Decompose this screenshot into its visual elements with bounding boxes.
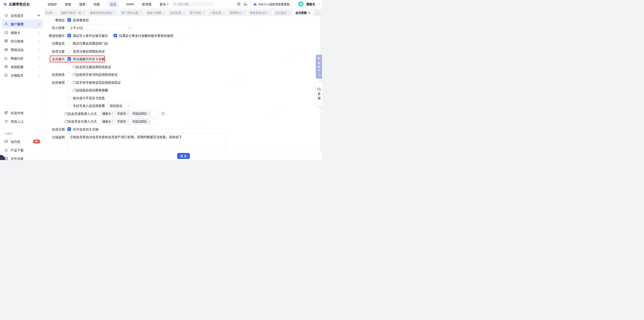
nav-purchase-sales[interactable]: 进销存 <box>47 2 57 7</box>
nav-more[interactable]: 更多 <box>160 2 168 7</box>
tab-stored-balance-stats[interactable]: 储值余额变动统计× <box>88 10 118 16</box>
sidebar-item-stored-value-card[interactable]: 储值卡 <box>2 28 43 37</box>
close-icon[interactable]: × <box>308 11 310 14</box>
sidebar-item-app-market[interactable]: 应用市场 <box>2 109 43 117</box>
printer-icon[interactable] <box>237 2 241 6</box>
close-icon[interactable]: × <box>83 11 84 14</box>
sidebar-item-customer-management[interactable]: 客户管理 <box>2 20 43 28</box>
remove-tag-icon[interactable]: × <box>127 120 128 123</box>
sidebar-item-label: 会员首页 <box>11 13 24 18</box>
sidebar-item-system-config[interactable]: 系统配置 <box>2 62 43 71</box>
tab-group-purchase-card[interactable]: 团购制卡× <box>228 10 246 16</box>
customer-service-tab[interactable]: 客服 <box>316 82 322 106</box>
tab-customer-profile-settings[interactable]: 客户资料设置× <box>119 10 144 16</box>
tab-member-params[interactable]: 会员参数× <box>293 10 312 16</box>
close-icon[interactable]: × <box>203 11 204 14</box>
form-row-member-register: 会员注册 会员注册启用隐私协议 <box>45 47 322 55</box>
help-icon[interactable]: ? <box>161 112 165 115</box>
close-icon[interactable]: × <box>268 11 270 14</box>
chevron-down-icon <box>128 105 130 107</box>
sidebar-item-member-home[interactable]: 会员首页 <box>2 11 43 20</box>
field-label: 门店会员支付录入方式 <box>45 119 97 123</box>
tab-bar: 卡分析× 储值卡情况一览× 储值余额变动统计× 客户资料设置× 储值卡参数× 会… <box>45 8 322 16</box>
sidebar-item-marketing-activities[interactable]: 营销活动 <box>2 45 43 54</box>
remove-tag-icon[interactable]: × <box>112 112 114 115</box>
close-icon[interactable]: × <box>242 11 244 14</box>
avatar[interactable]: 傅 <box>298 2 304 7</box>
sidebar-item-label: 客户管理 <box>11 22 24 26</box>
home-icon <box>4 14 8 17</box>
divider <box>295 2 296 6</box>
chevron-right-icon <box>38 57 40 59</box>
search-input[interactable] <box>178 3 210 6</box>
cancellation-note-textarea[interactable]: 注销会员将会对会员信息和会员资产进行处理，清理的数据无法恢复。具体如下 <box>68 133 226 152</box>
remove-tag-icon[interactable]: × <box>112 120 114 123</box>
translate-icon[interactable]: 文A <box>244 2 248 6</box>
close-icon[interactable]: × <box>54 11 56 14</box>
pay-entry-methods-input[interactable]: 储值卡× 手机号× 手机后四位× <box>100 118 158 125</box>
tab-member-home[interactable]: 会员首页× <box>273 10 292 16</box>
nav-archives[interactable]: 档案 <box>94 2 100 7</box>
remove-tag-icon[interactable]: × <box>127 112 128 115</box>
close-icon[interactable]: × <box>183 11 184 14</box>
heart-icon <box>4 119 8 123</box>
close-icon[interactable]: × <box>114 11 116 14</box>
sidebar-item-common-entries[interactable]: 常用入口 <box>2 117 43 126</box>
tab-overflow-more[interactable]: … <box>313 10 322 16</box>
tab-crowd-operations[interactable]: 人群运营× <box>208 10 226 16</box>
close-icon[interactable]: × <box>140 11 142 14</box>
save-button[interactable]: 保存 <box>177 153 190 159</box>
checkbox-checkout-coupon-reminder[interactable] <box>68 88 71 92</box>
deposit-change-select[interactable]: 小于10元 <box>68 25 133 31</box>
remove-tag-icon[interactable]: × <box>148 120 149 123</box>
headset-icon <box>317 87 321 91</box>
remove-tag-icon[interactable]: × <box>148 112 149 115</box>
checkbox-prompt-on-order-amount[interactable] <box>114 34 117 37</box>
nav-reports[interactable]: 报表 <box>79 2 86 7</box>
save-bar: 保存 <box>45 152 322 160</box>
checkbox-modify-phone-sms[interactable] <box>68 73 71 76</box>
checkbox-label: 门店结账启用消费券提醒 <box>73 88 108 92</box>
sidebar-section-label: 功能栏 <box>0 131 44 137</box>
tab-stored-card-overview[interactable]: 储值卡情况一览× <box>59 10 86 16</box>
tab-member-tags[interactable]: 会员标签× <box>168 10 186 16</box>
nav-wms[interactable]: WMS <box>126 2 134 6</box>
checkbox-store-register-sms[interactable] <box>68 65 71 69</box>
read-entry-methods-input[interactable]: 储值卡× 手机号× 手机后四位× <box>100 110 158 117</box>
close-icon[interactable]: × <box>163 11 164 14</box>
close-icon[interactable]: × <box>223 11 224 14</box>
sidebar-item-points-management[interactable]: 积分管理 <box>2 37 43 45</box>
global-search[interactable] <box>172 2 215 7</box>
form-row-hide-card-info: 前台读卡不显示卡信息 <box>45 94 322 102</box>
checkbox-hide-card-info[interactable] <box>68 96 71 100</box>
download-icon <box>4 148 8 152</box>
tab-stored-card-params[interactable]: 储值卡参数× <box>145 10 166 16</box>
checkbox-allow-self-cancellation[interactable] <box>68 127 71 131</box>
nav-new-retail[interactable]: 新零售 <box>142 2 152 7</box>
checkbox-prompt-each-time[interactable] <box>68 34 71 37</box>
company-switcher[interactable]: 99675-A组新界面果蔬版QA测... <box>254 2 292 6</box>
tab-card-analysis[interactable]: 卡分析× <box>45 10 58 16</box>
checkbox-use-phone-sms[interactable] <box>68 81 71 84</box>
help-center-tab[interactable]: 帮助中心 <box>316 55 322 79</box>
sms-verify-select[interactable]: 短信验证 <box>107 103 132 109</box>
checkbox-register-privacy[interactable] <box>68 49 71 53</box>
checkbox-enable-wallet[interactable] <box>68 18 71 22</box>
sidebar-item-file-list[interactable]: 文件列表 <box>2 154 43 160</box>
collapse-sidebar-icon[interactable] <box>37 14 40 17</box>
sidebar-item-data-analysis[interactable]: 数据分析 <box>2 54 43 62</box>
sidebar-item-wecom-assistant[interactable]: 企微助手 <box>2 71 43 80</box>
sidebar-item-inbox[interactable]: 站内信 99+ <box>2 137 43 146</box>
sidebar-item-product-download[interactable]: 产品下载 <box>2 146 43 154</box>
checkbox-mobile-show-all-balances[interactable] <box>68 57 71 61</box>
tab-retail-report-design[interactable]: 零售报表设计× <box>248 10 272 16</box>
close-icon[interactable]: × <box>288 11 290 14</box>
checkbox-label: 满足存入条件后每次提示 <box>73 33 108 38</box>
checkbox-paid-member-store[interactable] <box>68 42 71 45</box>
tab-customer-tags[interactable]: 客户标签× <box>188 10 206 16</box>
checkbox-phone-coupon-verify[interactable] <box>68 104 71 107</box>
chevron-down-icon[interactable] <box>318 3 320 5</box>
nav-member[interactable]: 会员 <box>108 1 118 8</box>
sidebar-divider <box>3 128 42 128</box>
nav-retail[interactable]: 零售 <box>65 2 71 7</box>
